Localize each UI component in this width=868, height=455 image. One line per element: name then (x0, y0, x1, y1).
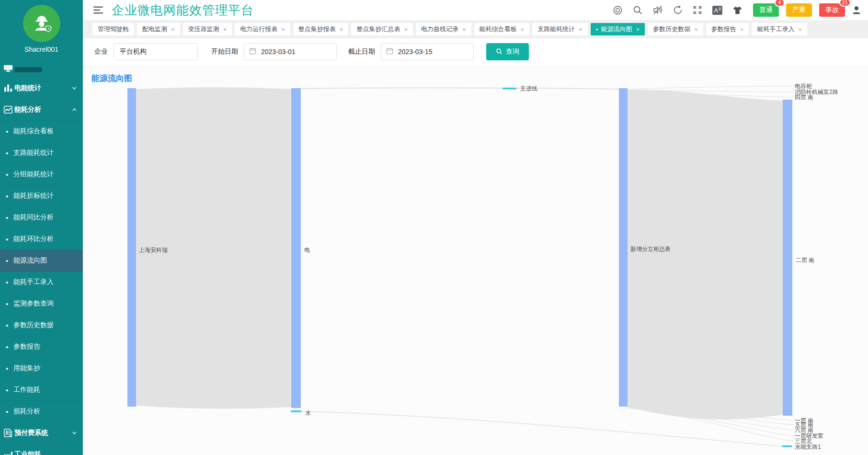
bullet-icon: • (6, 149, 13, 157)
sidebar-item-17[interactable]: 预付费系统 (0, 422, 83, 444)
tab-0[interactable]: 管理驾驶舱 (92, 23, 134, 35)
sankey-node-3[interactable] (503, 88, 516, 90)
tab-close-icon[interactable]: × (223, 26, 227, 33)
tab-2[interactable]: 变压器监测× (183, 23, 232, 35)
tab-close-icon[interactable]: × (694, 26, 698, 33)
user-icon[interactable] (852, 5, 861, 15)
bullet-icon: • (6, 236, 13, 243)
start-date-input[interactable] (260, 47, 320, 56)
tab-close-icon[interactable]: × (404, 26, 408, 33)
alarm-buttons: 普通4严重事故21 (753, 3, 845, 17)
sidebar-item-0[interactable] (0, 65, 83, 78)
tab-strip: 管理驾驶舱配电监测×变压器监测×电力运行报表×整点集抄报表×整点集抄汇总表×电力… (83, 20, 868, 38)
search-icon (496, 48, 503, 56)
sidebar-item-14[interactable]: •用能集抄 (0, 358, 83, 379)
enterprise-input[interactable] (114, 43, 198, 60)
start-date-label: 开始日期 (211, 47, 238, 56)
refresh-icon[interactable] (673, 5, 683, 15)
sidebar-item-8[interactable]: •能耗环比分析 (0, 228, 83, 250)
theme-icon[interactable] (732, 6, 742, 15)
help-icon[interactable] (613, 5, 623, 15)
fullscreen-icon[interactable] (693, 5, 702, 15)
sankey-node-0[interactable] (127, 88, 136, 407)
tab-6[interactable]: 电力曲线记录× (416, 23, 471, 35)
sankey-node-4[interactable] (619, 88, 628, 407)
clipped-menu-text (14, 67, 42, 72)
end-date-picker[interactable] (381, 43, 474, 60)
tab-8[interactable]: 支路能耗统计× (532, 23, 588, 35)
end-date-label: 截止日期 (348, 47, 375, 56)
sidebar-item-label: 电能统计 (14, 84, 71, 92)
mute-icon[interactable] (652, 5, 663, 15)
factory-icon (2, 451, 14, 455)
sidebar-item-4[interactable]: •支路能耗统计 (0, 142, 83, 164)
sidebar-item-5[interactable]: •分组能耗统计 (0, 164, 83, 185)
sidebar-item-16[interactable]: •损耗分析 (0, 401, 83, 422)
tab-4[interactable]: 整点集抄报表× (293, 23, 349, 35)
bar-chart-icon (2, 84, 14, 92)
alarm-button-2[interactable]: 事故21 (819, 3, 845, 17)
avatar[interactable] (23, 5, 60, 42)
sankey-node-2[interactable] (291, 410, 301, 412)
tab-close-icon[interactable]: × (798, 26, 802, 33)
search-icon[interactable] (633, 5, 642, 15)
tab-label: 能耗手工录入 (757, 25, 794, 34)
alarm-button-1[interactable]: 严重 (786, 3, 812, 17)
topbar: 企业微电网能效管理平台 A文 普通4严重事故21 (83, 0, 868, 20)
sidebar-item-13[interactable]: •参数报告 (0, 336, 83, 358)
sidebar-item-label: 监测参数查询 (13, 299, 77, 308)
end-date-input[interactable] (397, 47, 457, 56)
sankey-node-label: 四层 南 (795, 94, 813, 101)
sidebar-item-label: 参数报告 (13, 342, 77, 351)
tab-close-icon[interactable]: × (171, 26, 175, 33)
sidebar-item-1[interactable]: 电能统计 (0, 78, 83, 99)
bullet-icon: • (6, 365, 13, 372)
sidebar-item-2[interactable]: 能耗分析 (0, 99, 83, 121)
alarm-count-badge: 21 (839, 0, 851, 7)
chevron-down-icon (71, 430, 77, 436)
tab-12[interactable]: 能耗手工录入× (752, 23, 807, 35)
sidebar-item-label: 损耗分析 (13, 407, 77, 416)
sidebar-item-label: 支路能耗统计 (13, 148, 77, 157)
sankey-node-1[interactable] (291, 88, 301, 408)
sidebar-item-11[interactable]: •监测参数查询 (0, 293, 83, 315)
sidebar-item-label: 能耗折标统计 (13, 192, 77, 200)
tab-3[interactable]: 电力运行报表× (235, 23, 290, 35)
start-date-picker[interactable] (244, 43, 337, 60)
sidebar-item-7[interactable]: •能耗同比分析 (0, 207, 83, 228)
tab-7[interactable]: 能耗综合看板× (474, 23, 530, 35)
alarm-button-0[interactable]: 普通4 (753, 3, 779, 17)
tab-close-icon[interactable]: × (579, 26, 582, 33)
sankey-node-label: 电 (304, 247, 310, 253)
monitor-icon (2, 65, 14, 72)
sidebar-item-12[interactable]: •参数历史数据 (0, 315, 83, 336)
tab-close-icon[interactable]: × (462, 26, 466, 33)
sidebar-item-3[interactable]: •能耗综合看板 (0, 121, 83, 142)
tab-close-icon[interactable]: × (521, 26, 525, 33)
sankey-node-label: 二层 南 (796, 257, 814, 263)
translate-icon[interactable]: A文 (712, 6, 722, 15)
sidebar-item-9[interactable]: •能源流向图 (0, 250, 83, 272)
sidebar-item-15[interactable]: •工作能耗 (0, 379, 83, 401)
tab-label: 整点集抄报表 (298, 25, 336, 34)
sankey-node-14[interactable] (782, 445, 792, 447)
tab-9[interactable]: ●能源流向图× (591, 23, 645, 35)
tab-close-icon[interactable]: × (740, 26, 744, 33)
tab-close-icon[interactable]: × (340, 26, 343, 33)
sidebar-item-label: 能耗分析 (14, 105, 71, 114)
worker-avatar-icon (31, 11, 53, 35)
sidebar-item-10[interactable]: •能耗手工录入 (0, 272, 83, 293)
tab-1[interactable]: 配电监测× (137, 23, 180, 35)
sidebar-item-6[interactable]: •能耗折标统计 (0, 185, 83, 207)
sankey-node-label: 新增分立柜总表 (630, 246, 671, 252)
sidebar-item-18[interactable]: 工业能耗 (0, 444, 83, 455)
tab-11[interactable]: 参数报告× (706, 23, 749, 35)
tab-close-icon[interactable]: × (636, 26, 640, 33)
tab-10[interactable]: 参数历史数据× (648, 23, 703, 35)
tab-close-icon[interactable]: × (281, 26, 285, 33)
sankey-node-5[interactable] (783, 100, 792, 416)
hamburger-icon[interactable] (93, 6, 104, 14)
tab-label: 能源流向图 (601, 25, 632, 34)
tab-5[interactable]: 整点集抄汇总表× (351, 23, 413, 35)
query-button[interactable]: 查询 (486, 43, 529, 60)
